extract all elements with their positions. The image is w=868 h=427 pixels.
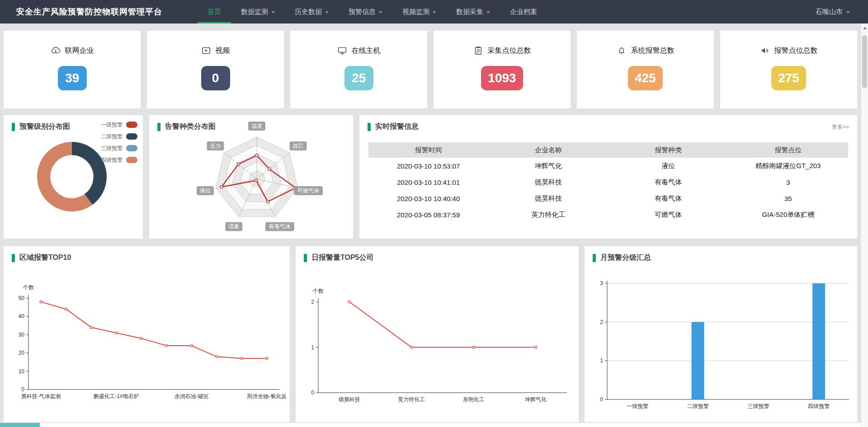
nav-menu: 首页数据监测历史数据预警信息视频监测数据采集企业档案	[198, 0, 547, 23]
alarm-table-cell: 3	[728, 174, 848, 190]
legend-item-一级预警[interactable]: 一级预警	[101, 119, 137, 131]
region-top10-line-chart: 01020304050个数昊科技-气体监测鹏盛化工-1#电石炉永润石油-罐区荆洪…	[4, 246, 290, 422]
nav-item-label: 数据监测	[241, 8, 268, 16]
bottom-teal-block	[0, 423, 40, 427]
alarm-table-cell: 坤辉气化	[488, 158, 608, 174]
nav-item-label: 数据采集	[456, 8, 483, 16]
svg-text:有毒气体: 有毒气体	[269, 223, 291, 230]
stat-card-采集点位总数: 采集点位总数1093	[434, 31, 571, 108]
alarm-table-header-cell: 报警种类	[609, 142, 728, 158]
legend-swatch	[126, 122, 137, 128]
video-icon	[201, 46, 211, 56]
scrollbar-up-arrow[interactable]	[863, 27, 867, 29]
page-scrollbar[interactable]	[861, 23, 868, 427]
alarm-table-header-cell: 报警时间	[368, 142, 488, 158]
green-marker	[304, 254, 307, 262]
alarm-table-row[interactable]: 2020-03-10 10:41:01德昊科技有毒气体3	[368, 174, 848, 190]
legend-item-四级预警[interactable]: 四级预警	[101, 154, 137, 166]
legend-item-二级预警[interactable]: 二级预警	[101, 131, 137, 142]
svg-text:三级预警: 三级预警	[747, 403, 769, 409]
realtime-alarm-title: 实时报警信息	[368, 122, 419, 131]
clipboard-icon	[473, 46, 483, 56]
nav-item-预警信息[interactable]: 预警信息	[339, 0, 392, 23]
svg-text:流量: 流量	[228, 223, 239, 230]
legend-swatch	[126, 157, 137, 163]
alarm-table-cell: GIA-520单体贮槽	[728, 206, 848, 223]
alarm-table-cell: 德昊科技	[488, 190, 608, 206]
alarm-table-cell: 2020-03-10 10:41:01	[368, 174, 488, 190]
svg-text:个数: 个数	[312, 288, 324, 294]
nav-item-首页[interactable]: 首页	[198, 0, 231, 23]
svg-text:3: 3	[600, 280, 603, 286]
realtime-alarm-card: 实时报警信息 更多>> 报警时间企业名称报警种类报警点位2020-03-10 1…	[359, 115, 857, 239]
donut-legend: 一级预警二级预警三级预警四级预警	[101, 119, 137, 166]
svg-text:德昊科技: 德昊科技	[339, 396, 360, 403]
stat-card-系统报警总数: 系统报警总数425	[577, 31, 714, 108]
middle-row: 预警级别分布图 一级预警二级预警三级预警四级预警 告警种类分布图 温度其它可燃气…	[4, 115, 857, 239]
svg-text:1: 1	[600, 357, 603, 364]
svg-text:可燃气体: 可燃气体	[297, 188, 319, 194]
green-marker	[157, 123, 160, 131]
stat-card-在线主机: 在线主机25	[290, 31, 427, 108]
legend-label: 三级预警	[101, 145, 123, 152]
svg-text:荆洪生物-氧化反: 荆洪生物-氧化反	[247, 393, 287, 399]
svg-text:50: 50	[19, 295, 25, 301]
bottom-row: 区域报警TOP10 01020304050个数昊科技-气体监测鹏盛化工-1#电石…	[4, 246, 857, 422]
radar-axis-label-压力: 压力	[207, 141, 224, 150]
nav-item-数据采集[interactable]: 数据采集	[446, 0, 500, 23]
legend-label: 四级预警	[101, 156, 123, 164]
alarm-table-cell: 有毒气体	[609, 190, 728, 206]
stat-value-badge: 275	[771, 66, 806, 90]
alarm-table-header-cell: 企业名称	[488, 142, 608, 158]
scrollbar-thumb[interactable]	[862, 35, 867, 88]
nav-item-数据监测[interactable]: 数据监测	[231, 0, 285, 23]
radar-axis-label-其它: 其它	[289, 141, 307, 150]
nav-item-视频监测[interactable]: 视频监测	[392, 0, 446, 23]
radar-axis-label-有毒气体: 有毒气体	[265, 222, 294, 231]
alarm-table-cell: 精醇南罐液位GT_203	[728, 158, 848, 174]
svg-text:坤辉气化: 坤辉气化	[525, 396, 547, 403]
alarm-table-row[interactable]: 2020-03-10 10:53:07坤辉气化液位精醇南罐液位GT_203	[368, 158, 848, 174]
svg-text:其它: 其它	[292, 143, 303, 149]
svg-text:40: 40	[19, 313, 25, 319]
svg-text:永润石油-罐区: 永润石油-罐区	[175, 393, 209, 399]
svg-text:10: 10	[19, 368, 25, 375]
stat-label: 在线主机	[352, 46, 381, 56]
svg-text:一级预警: 一级预警	[627, 403, 648, 409]
stat-value-badge: 25	[344, 66, 373, 90]
svg-text:英力特化工: 英力特化工	[398, 396, 425, 403]
legend-item-三级预警[interactable]: 三级预警	[101, 142, 137, 154]
radar-axis-label-可燃气体: 可燃气体	[294, 186, 323, 195]
stat-value-badge: 0	[201, 66, 230, 90]
svg-text:昊科技-气体监测: 昊科技-气体监测	[21, 393, 61, 399]
more-link[interactable]: 更多>>	[832, 123, 849, 131]
stat-card-报警点位总数: 报警点位总数275	[720, 31, 857, 108]
svg-text:液位: 液位	[199, 188, 211, 194]
alarm-table: 报警时间企业名称报警种类报警点位2020-03-10 10:53:07坤辉气化液…	[368, 142, 848, 223]
chevron-down-icon	[486, 11, 490, 14]
alarm-type-card: 告警种类分布图 温度其它可燃气体有毒气体流量液位压力	[149, 115, 353, 239]
chevron-down-icon	[325, 11, 329, 14]
alarm-table-cell: 德昊科技	[488, 174, 608, 190]
svg-text:0: 0	[600, 396, 603, 403]
legend-label: 二级预警	[101, 133, 123, 141]
region-selector[interactable]: 石嘴山市	[816, 8, 850, 16]
cloud-icon	[51, 46, 61, 56]
nav-item-企业档案[interactable]: 企业档案	[500, 0, 547, 23]
chevron-down-icon	[433, 11, 436, 14]
svg-text:个数: 个数	[23, 284, 34, 291]
monthly-summary-card: 月预警分级汇总 0123一级预警二级预警三级预警四级预警	[585, 246, 857, 422]
bottom-partial-section	[0, 423, 861, 427]
nav-item-label: 视频监测	[402, 8, 429, 16]
nav-item-历史数据[interactable]: 历史数据	[285, 0, 339, 23]
green-marker	[12, 123, 15, 131]
monthly-summary-title: 月预警分级汇总	[593, 253, 651, 263]
daily-top5-card: 日报警量TOP5公司 012个数德昊科技英力特化工东明化工坤辉气化	[296, 246, 579, 422]
region-top10-card: 区域报警TOP10 01020304050个数昊科技-气体监测鹏盛化工-1#电石…	[4, 246, 290, 422]
monthly-summary-bar-chart: 0123一级预警二级预警三级预警四级预警	[585, 246, 856, 422]
stat-cards-row: 联网企业39视频0在线主机25采集点位总数1093系统报警总数425报警点位总数…	[4, 31, 857, 108]
alarm-table-row[interactable]: 2020-03-05 08:37:59英力特化工可燃气体GIA-520单体贮槽	[368, 206, 848, 223]
svg-text:温度: 温度	[251, 123, 262, 129]
alarm-table-row[interactable]: 2020-03-10 10:40:40德昊科技有毒气体35	[368, 190, 848, 206]
svg-text:压力: 压力	[210, 143, 221, 149]
